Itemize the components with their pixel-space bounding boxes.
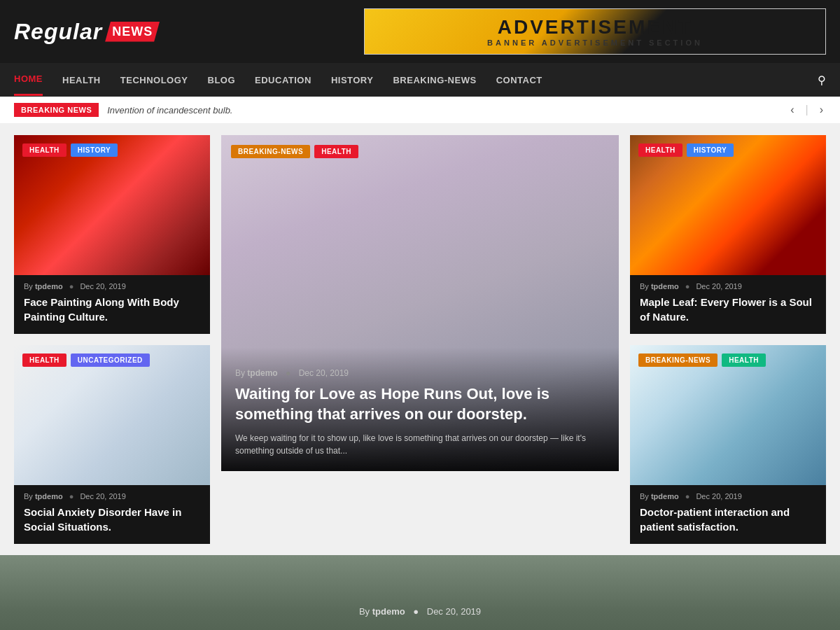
article-author: By tpdemo	[24, 282, 63, 290]
nav-item-health[interactable]: HEALTH	[62, 65, 101, 95]
logo-news-badge: NEWS	[105, 22, 160, 42]
breaking-news-divider: |	[803, 102, 811, 118]
center-article-excerpt: We keep waiting for it to show up, like …	[235, 432, 605, 457]
article-title-left-bottom: Social Anxiety Disorder Have in Social S…	[24, 505, 200, 534]
tag-health-right[interactable]: HEALTH	[638, 144, 682, 157]
right-column: HEALTH HISTORY By tpdemo ● Dec 20, 2019 …	[630, 135, 826, 544]
center-column: BREAKING-NEWS HEALTH By tpdemo ● Dec 20,…	[221, 135, 619, 544]
article-author-3: By tpdemo	[640, 282, 679, 290]
center-article-title: Waiting for Love as Hope Runs Out, love …	[235, 384, 605, 425]
footer-meta: By tpdemo ● Dec 20, 2019	[359, 606, 481, 617]
main-content: HEALTH HISTORY By tpdemo ● Dec 20, 2019 …	[0, 124, 840, 555]
breaking-news-bar: BREAKING NEWS Invention of incandescent …	[0, 97, 840, 124]
nav-item-technology[interactable]: TECHNOLOGY	[120, 65, 188, 95]
article-date-3: Dec 20, 2019	[696, 282, 741, 290]
article-date-2: Dec 20, 2019	[80, 492, 125, 500]
article-author-4: By tpdemo	[640, 492, 679, 500]
article-date: Dec 20, 2019	[80, 282, 125, 290]
breaking-news-text: Invention of incandescent bulb.	[107, 105, 779, 115]
article-tags-left-bottom: HEALTH UNCATEGORIZED	[22, 354, 150, 367]
article-title-left-top: Face Painting Along With Body Painting C…	[24, 295, 200, 324]
article-tags-right-bottom: BREAKING-NEWS HEALTH	[638, 354, 766, 367]
article-author-2: By tpdemo	[24, 492, 63, 500]
article-tags-right-top: HEALTH HISTORY	[638, 144, 734, 157]
center-date: Dec 20, 2019	[299, 368, 349, 378]
center-article-overlay: By tpdemo ● Dec 20, 2019 Waiting for Lov…	[221, 347, 619, 471]
article-meta-right-bottom: By tpdemo ● Dec 20, 2019	[640, 492, 816, 500]
article-title-right-top: Maple Leaf: Every Flower is a Soul of Na…	[640, 295, 816, 324]
footer-by-label: By	[359, 606, 372, 617]
footer-date: Dec 20, 2019	[427, 606, 481, 617]
center-article-meta: By tpdemo ● Dec 20, 2019	[235, 368, 605, 378]
article-tags-center: BREAKING-NEWS HEALTH	[231, 145, 358, 158]
tag-breaking-news[interactable]: BREAKING-NEWS	[231, 145, 310, 158]
article-title-right-bottom: Doctor-patient interaction and patient s…	[640, 505, 816, 534]
nav-item-education[interactable]: EDUCATION	[255, 65, 312, 95]
article-meta-left-bottom: By tpdemo ● Dec 20, 2019	[24, 492, 200, 500]
article-meta-right-top: By tpdemo ● Dec 20, 2019	[640, 282, 816, 290]
breaking-news-prev[interactable]: ‹	[788, 102, 797, 118]
nav-item-history[interactable]: HISTORY	[331, 65, 374, 95]
article-card-center[interactable]: BREAKING-NEWS HEALTH By tpdemo ● Dec 20,…	[221, 135, 619, 471]
tag-health[interactable]: HEALTH	[22, 144, 66, 157]
tag-breaking-right[interactable]: BREAKING-NEWS	[638, 354, 718, 367]
tag-history[interactable]: HISTORY	[71, 144, 118, 157]
tag-history-right[interactable]: HISTORY	[687, 144, 734, 157]
left-column: HEALTH HISTORY By tpdemo ● Dec 20, 2019 …	[14, 135, 210, 544]
article-info-right-bottom: By tpdemo ● Dec 20, 2019 Doctor-patient …	[630, 485, 826, 544]
tag-health-green[interactable]: HEALTH	[722, 354, 766, 367]
header: Regular NEWS ADVERTISEMENT BANNER ADVERT…	[0, 0, 840, 63]
article-info-left-top: By tpdemo ● Dec 20, 2019 Face Painting A…	[14, 275, 210, 334]
ad-subtitle: BANNER ADVERTISEMENT SECTION	[487, 38, 703, 47]
footer-author: tpdemo	[372, 606, 405, 617]
article-date-4: Dec 20, 2019	[696, 492, 741, 500]
article-card-left-top[interactable]: HEALTH HISTORY By tpdemo ● Dec 20, 2019 …	[14, 135, 210, 334]
article-meta-left-top: By tpdemo ● Dec 20, 2019	[24, 282, 200, 290]
article-tags-left-top: HEALTH HISTORY	[22, 144, 118, 157]
advertisement-banner: ADVERTISEMENT BANNER ADVERTISEMENT SECTI…	[364, 8, 826, 55]
article-card-left-bottom[interactable]: HEALTH UNCATEGORIZED By tpdemo ● Dec 20,…	[14, 345, 210, 544]
navigation: HOME HEALTH TECHNOLOGY BLOG EDUCATION HI…	[0, 63, 840, 97]
article-card-right-bottom[interactable]: BREAKING-NEWS HEALTH By tpdemo ● Dec 20,…	[630, 345, 826, 544]
breaking-news-badge: BREAKING NEWS	[14, 103, 99, 117]
nav-item-home[interactable]: HOME	[14, 64, 43, 96]
article-info-left-bottom: By tpdemo ● Dec 20, 2019 Social Anxiety …	[14, 485, 210, 544]
logo-regular-text: Regular	[14, 19, 102, 45]
tag-uncategorized[interactable]: UNCATEGORIZED	[71, 354, 150, 367]
nav-items: HOME HEALTH TECHNOLOGY BLOG EDUCATION HI…	[14, 64, 818, 96]
nav-item-breaking-news[interactable]: BREAKING-NEWS	[393, 65, 476, 95]
center-author: By tpdemo	[235, 368, 278, 378]
nav-item-contact[interactable]: CONTACT	[496, 65, 542, 95]
nav-item-blog[interactable]: BLOG	[208, 65, 236, 95]
tag-health-2[interactable]: HEALTH	[22, 354, 66, 367]
article-card-right-top[interactable]: HEALTH HISTORY By tpdemo ● Dec 20, 2019 …	[630, 135, 826, 334]
breaking-news-navigation: ‹ | ›	[788, 102, 826, 118]
logo[interactable]: Regular NEWS	[14, 19, 160, 45]
tag-health-center[interactable]: HEALTH	[314, 145, 358, 158]
breaking-news-next[interactable]: ›	[817, 102, 826, 118]
ad-title: ADVERTISEMENT	[487, 16, 703, 38]
article-info-right-top: By tpdemo ● Dec 20, 2019 Maple Leaf: Eve…	[630, 275, 826, 334]
footer-area: By tpdemo ● Dec 20, 2019	[0, 555, 840, 630]
search-icon[interactable]: ⚲	[818, 74, 826, 87]
